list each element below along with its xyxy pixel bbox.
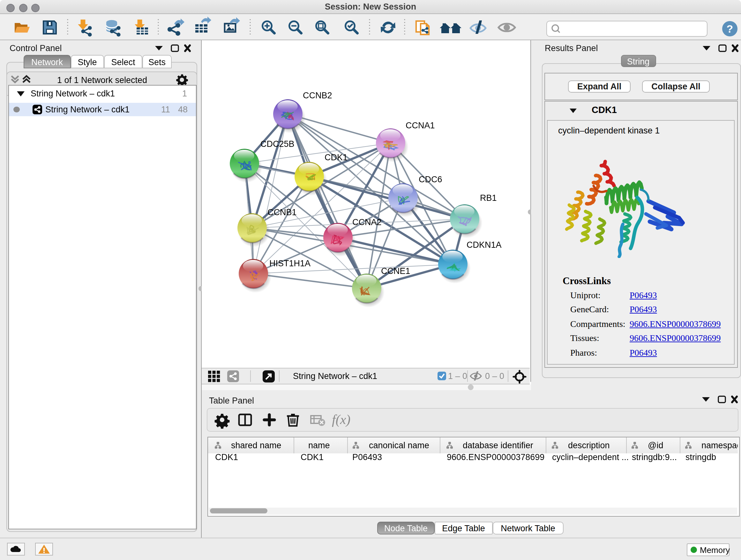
svg-text:String Network – cdk1: String Network – cdk1 bbox=[293, 371, 377, 381]
svg-text:CCNB2: CCNB2 bbox=[303, 91, 332, 100]
svg-text:canonical name: canonical name bbox=[368, 440, 429, 450]
svg-text:CDKN1A: CDKN1A bbox=[467, 240, 502, 250]
svg-text:CDC6: CDC6 bbox=[419, 175, 442, 184]
svg-text:?: ? bbox=[727, 23, 733, 35]
svg-text:name: name bbox=[308, 440, 330, 450]
svg-text:shared name: shared name bbox=[231, 440, 281, 450]
svg-text:P06493: P06493 bbox=[352, 452, 382, 462]
svg-text:@id: @id bbox=[648, 440, 663, 450]
svg-text:0 – 0: 0 – 0 bbox=[485, 371, 504, 381]
svg-text:HIST1H1A: HIST1H1A bbox=[269, 259, 311, 268]
svg-text:RB1: RB1 bbox=[480, 193, 497, 203]
svg-text:CDK1: CDK1 bbox=[300, 452, 323, 462]
svg-text:stringdb: stringdb bbox=[685, 452, 716, 462]
svg-text:database identifier: database identifier bbox=[462, 440, 533, 450]
svg-text:CDC25B: CDC25B bbox=[260, 139, 294, 149]
svg-text:CDK1: CDK1 bbox=[325, 152, 347, 162]
svg-text:9606.ENSP00000378699: 9606.ENSP00000378699 bbox=[447, 452, 544, 462]
svg-text:CDK1: CDK1 bbox=[215, 452, 238, 462]
svg-text:description: description bbox=[568, 440, 610, 450]
svg-text:1 – 0: 1 – 0 bbox=[448, 371, 467, 381]
svg-text:CCNA1: CCNA1 bbox=[406, 121, 435, 130]
svg-text:CCNE1: CCNE1 bbox=[381, 266, 410, 276]
svg-text:f(x): f(x) bbox=[332, 412, 350, 427]
svg-text:namespace: namespace bbox=[701, 440, 738, 450]
svg-text:CCNB1: CCNB1 bbox=[267, 207, 297, 217]
svg-text:stringdb:9...: stringdb:9... bbox=[631, 452, 677, 462]
svg-text:CCNA2: CCNA2 bbox=[352, 217, 382, 227]
svg-text:cyclin–dependent ...: cyclin–dependent ... bbox=[552, 452, 628, 462]
